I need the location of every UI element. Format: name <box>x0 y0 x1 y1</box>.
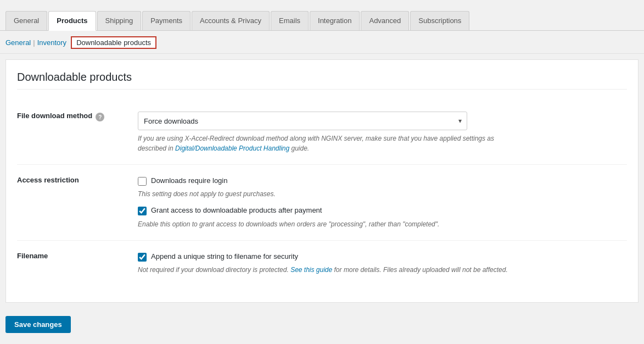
tab-products[interactable]: Products <box>48 11 96 31</box>
tab-shipping[interactable]: Shipping <box>97 11 142 30</box>
filename-desc: Not required if your download directory … <box>138 265 522 275</box>
file-download-label: File download method ? <box>17 101 138 165</box>
file-download-select-wrap: Force downloads X-Accel-Redirect Redirec… <box>138 112 467 130</box>
tab-general[interactable]: General <box>5 11 47 30</box>
tab-subscriptions[interactable]: Subscriptions <box>410 11 469 30</box>
access-restriction-checkboxes: Downloads require login This setting doe… <box>138 176 627 229</box>
tab-emails[interactable]: Emails <box>271 11 309 30</box>
filename-row: Filename Append a unique string to filen… <box>17 240 627 286</box>
append-unique-string-row: Append a unique string to filename for s… <box>138 252 627 262</box>
sub-nav: General | Inventory Downloadable product… <box>0 31 644 54</box>
grant-access-row: Grant access to downloadable products af… <box>138 206 627 215</box>
footer-bar: Save changes <box>0 308 644 341</box>
sub-nav-separator-1: | <box>33 38 35 47</box>
sub-nav-inventory[interactable]: Inventory <box>37 38 66 47</box>
append-unique-string-label[interactable]: Append a unique string to filename for s… <box>151 252 298 262</box>
access-restriction-row: Access restriction Downloads require log… <box>17 165 627 240</box>
append-unique-string-checkbox[interactable] <box>138 253 147 262</box>
sub-nav-general[interactable]: General <box>5 38 31 47</box>
downloads-require-login-desc: This setting does not apply to guest pur… <box>138 189 522 199</box>
filename-field: Append a unique string to filename for s… <box>138 240 627 286</box>
filename-guide-link[interactable]: See this guide <box>290 266 332 274</box>
filename-label: Filename <box>17 240 138 286</box>
page-wrap: General Products Shipping Payments Accou… <box>0 0 644 344</box>
main-tabs: General Products Shipping Payments Accou… <box>0 0 644 31</box>
access-restriction-field: Downloads require login This setting doe… <box>138 165 627 240</box>
file-download-guide-link[interactable]: Digital/Downloadable Product Handling <box>175 145 289 152</box>
tab-accounts-privacy[interactable]: Accounts & Privacy <box>192 11 270 30</box>
grant-access-label[interactable]: Grant access to downloadable products af… <box>151 206 322 215</box>
file-download-desc: If you are using X-Accel-Redirect downlo… <box>138 134 522 153</box>
settings-table: File download method ? Force downloads X… <box>17 101 627 286</box>
tab-advanced[interactable]: Advanced <box>361 11 409 30</box>
file-download-help-icon[interactable]: ? <box>96 113 104 121</box>
grant-access-desc: Enable this option to grant access to do… <box>138 219 522 229</box>
downloads-require-login-row: Downloads require login <box>138 176 627 186</box>
downloads-require-login-checkbox[interactable] <box>138 177 147 186</box>
page-title: Downloadable products <box>17 71 627 90</box>
grant-access-checkbox[interactable] <box>138 207 147 215</box>
access-restriction-label: Access restriction <box>17 165 138 240</box>
tab-payments[interactable]: Payments <box>142 11 191 30</box>
save-changes-button[interactable]: Save changes <box>5 316 71 333</box>
file-download-select[interactable]: Force downloads X-Accel-Redirect Redirec… <box>138 112 467 130</box>
downloads-require-login-label[interactable]: Downloads require login <box>151 176 227 186</box>
sub-nav-downloadable: Downloadable products <box>71 36 156 49</box>
file-download-row: File download method ? Force downloads X… <box>17 101 627 165</box>
content-area: Downloadable products File download meth… <box>5 59 639 303</box>
tab-integration[interactable]: Integration <box>310 11 360 30</box>
file-download-field: Force downloads X-Accel-Redirect Redirec… <box>138 101 627 165</box>
